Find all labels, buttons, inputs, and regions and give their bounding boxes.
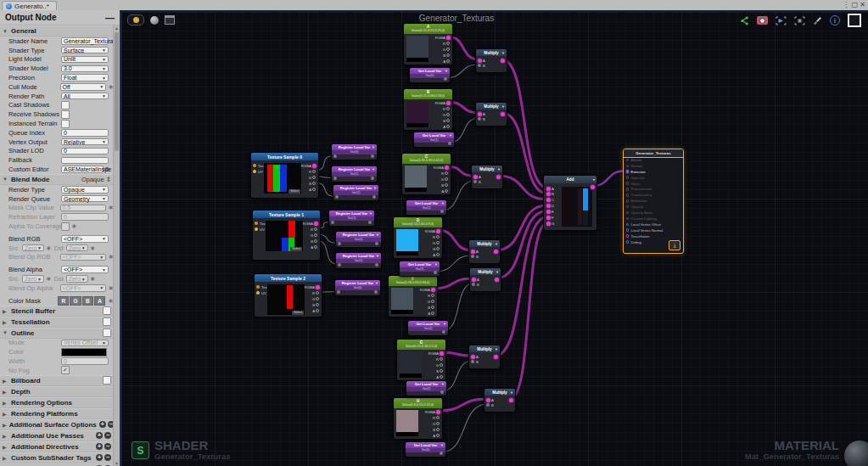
- r-output-port[interactable]: [314, 227, 317, 231]
- output-port-row[interactable]: Custom Lighting: [624, 216, 683, 222]
- section-header-additional-directives[interactable]: ▶Additional Directives+−: [0, 441, 114, 452]
- section-toggle-icon[interactable]: ▶: [3, 389, 8, 395]
- r-output-port[interactable]: [446, 107, 450, 110]
- node-multiply[interactable]: Multiply▼AB: [475, 102, 507, 126]
- b-input-port[interactable]: [471, 360, 474, 363]
- node-multiply[interactable]: Multiply▼AB: [469, 267, 501, 292]
- window-controls[interactable]: ⋮ ▢ ✕: [843, 0, 865, 9]
- output-port[interactable]: [494, 250, 498, 254]
- output-port[interactable]: [375, 242, 378, 245]
- render-queue-select[interactable]: Geometry▼: [61, 195, 109, 203]
- r-output-port[interactable]: [445, 171, 448, 175]
- g-output-port[interactable]: [316, 297, 319, 300]
- a-input-port[interactable]: [471, 250, 475, 254]
- shader-lod-input[interactable]: 0: [61, 148, 109, 155]
- node-h[interactable]: HValue(0.6,0.52,0.55,0)RGBARGBA: [393, 397, 443, 440]
- node-generator-texturas[interactable]: Generator_TexturasAlbedoNormalEmissionSp…: [623, 149, 684, 254]
- b-input-port[interactable]: [473, 180, 477, 183]
- d-input-port[interactable]: [546, 204, 551, 208]
- wire-connection[interactable]: [438, 399, 488, 411]
- a-output-port[interactable]: [431, 312, 434, 315]
- b-input-port[interactable]: [472, 283, 475, 286]
- mode-select[interactable]: Vertex Offset▼: [61, 340, 109, 347]
- section-toggle-icon[interactable]: ▶: [3, 319, 8, 325]
- rgba-output-port[interactable]: [440, 351, 444, 356]
- output-port-row[interactable]: Refraction: [624, 198, 683, 204]
- node-get-local-var[interactable]: Get Local Var▼Var(0): [409, 67, 451, 83]
- a-output-port[interactable]: [312, 188, 316, 191]
- wire-connection[interactable]: [496, 217, 548, 357]
- output-port[interactable]: [375, 263, 378, 267]
- section-header-billboard[interactable]: ▶Billboard: [0, 375, 114, 386]
- uv-input-port[interactable]: [256, 291, 260, 295]
- output-port-row[interactable]: Local Vertex Offset: [624, 222, 683, 227]
- a-input-port[interactable]: [478, 59, 482, 63]
- a-input-port[interactable]: [546, 187, 551, 191]
- shader-model-select[interactable]: 3.0▼: [61, 65, 109, 73]
- a-output-port[interactable]: [446, 125, 450, 128]
- output-port[interactable]: [372, 195, 376, 199]
- port-dot[interactable]: [626, 188, 630, 191]
- a-output-port[interactable]: [446, 59, 450, 63]
- add-item-button[interactable]: +: [96, 432, 103, 439]
- rgba-output-port[interactable]: [312, 164, 316, 168]
- node-get-local-var[interactable]: Get Local Var▼Var(2): [406, 199, 447, 216]
- download-install-icon[interactable]: ⤓: [669, 240, 680, 250]
- a-output-port[interactable]: [436, 253, 440, 256]
- r-output-port[interactable]: [431, 294, 434, 297]
- scroll-down-icon[interactable]: ▼: [114, 461, 120, 466]
- b-output-port[interactable]: [445, 183, 448, 187]
- node-get-local-var[interactable]: Get Local Var▼Var(6): [405, 441, 446, 458]
- section-header-additional-surface-options[interactable]: ▶Additional Surface Options+−: [0, 419, 114, 430]
- b-output-port[interactable]: [446, 53, 450, 57]
- c-input-port[interactable]: [546, 198, 551, 202]
- output-port[interactable]: [496, 175, 501, 179]
- node-register-local-var[interactable]: Register Local Var▼Var(4): [335, 231, 382, 248]
- rgba-output-port[interactable]: [446, 101, 451, 105]
- a-input-port[interactable]: [478, 112, 482, 116]
- remove-item-button[interactable]: −: [104, 432, 111, 439]
- port-dot[interactable]: [626, 170, 630, 173]
- rgba-output-port[interactable]: [314, 222, 318, 226]
- node-register-local-var[interactable]: Register Local Var▼Var(3): [328, 210, 375, 227]
- r-output-port[interactable]: [440, 357, 443, 361]
- colormask-g[interactable]: G: [70, 296, 81, 306]
- scroll-up-icon[interactable]: ▲: [114, 25, 120, 31]
- select-texture-button[interactable]: Select: [290, 247, 302, 251]
- tex-input-port[interactable]: [256, 285, 260, 289]
- section-toggle-icon[interactable]: ▶: [3, 444, 8, 450]
- section-header-stencil-buffer[interactable]: ▶Stencil Buffer: [0, 306, 114, 317]
- section-header-tessellation[interactable]: ▶Tessellation: [0, 317, 114, 328]
- output-port[interactable]: [440, 452, 443, 455]
- receive-shadows-checkbox[interactable]: [61, 110, 70, 119]
- port-dot[interactable]: [626, 199, 630, 203]
- output-port-row[interactable]: Emission: [624, 169, 683, 175]
- g-output-port[interactable]: [446, 113, 450, 116]
- precision-select[interactable]: Float▼: [61, 74, 109, 81]
- a-input-port[interactable]: [473, 175, 478, 179]
- section-toggle-icon[interactable]: ▶: [3, 411, 8, 417]
- output-port[interactable]: [371, 154, 374, 158]
- custom-editor-input[interactable]: ASEMaterialInspe: [61, 166, 104, 173]
- b-output-port[interactable]: [436, 428, 440, 431]
- output-port-row[interactable]: Opacity: [624, 204, 683, 210]
- output-port[interactable]: [501, 59, 505, 63]
- node-multiply[interactable]: Multiply▼AB: [484, 388, 516, 413]
- e-input-port[interactable]: [546, 210, 551, 214]
- a-input-port[interactable]: [486, 398, 490, 402]
- a-output-port[interactable]: [445, 189, 448, 193]
- panel-scrollbar[interactable]: ▲ ▼: [113, 25, 120, 466]
- a-input-port[interactable]: [472, 278, 476, 282]
- input-port[interactable]: [335, 195, 339, 199]
- tex-input-port[interactable]: [253, 164, 256, 167]
- output-port[interactable]: [509, 398, 513, 402]
- rgba-output-port[interactable]: [446, 36, 451, 40]
- light-model-select[interactable]: Unlit▼: [61, 56, 109, 64]
- b-output-port[interactable]: [440, 369, 443, 373]
- dst-select[interactable]: Zero▼: [66, 275, 88, 283]
- b-input-port[interactable]: [546, 192, 551, 196]
- section-header-rendering-options[interactable]: ▶Rendering Options: [0, 397, 114, 408]
- section-toggle-icon[interactable]: ▶: [3, 455, 8, 461]
- colormask-a[interactable]: A: [94, 296, 105, 306]
- colormask-r[interactable]: R: [58, 296, 69, 306]
